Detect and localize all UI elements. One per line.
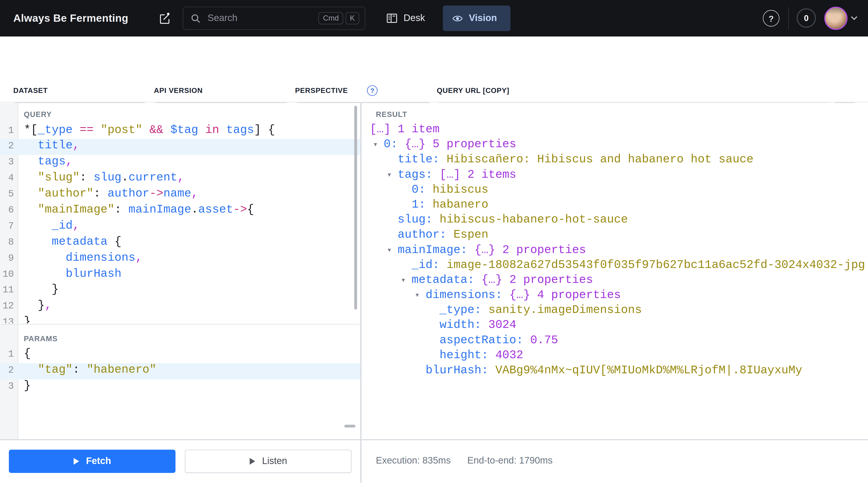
- code-line[interactable]: 13}: [0, 315, 360, 323]
- result-line: […] 1 item: [361, 123, 868, 138]
- line-number: 10: [0, 269, 18, 279]
- execution-time: Execution: 835ms: [376, 455, 451, 466]
- compose-icon: [158, 12, 170, 25]
- code-text: },: [18, 299, 52, 312]
- line-number: 5: [0, 189, 18, 200]
- result-pane-header: RESULT: [376, 110, 407, 119]
- tab-desk[interactable]: Desk: [383, 5, 428, 31]
- code-line[interactable]: 1{: [0, 347, 360, 363]
- code-line[interactable]: 5 "author": author->name,: [0, 187, 360, 203]
- params-pane-header: PARAMS: [24, 334, 58, 343]
- kbd-cmd: Cmd: [318, 12, 343, 24]
- line-number: 3: [0, 381, 18, 391]
- result-line: ▼tags: […] 2 items: [361, 168, 868, 183]
- line-number: 12: [0, 301, 18, 311]
- code-text: blurHash: [18, 267, 122, 280]
- line-number: 8: [0, 237, 18, 248]
- code-line[interactable]: 7 _id,: [0, 219, 360, 235]
- api-version-label: API VERSION: [154, 86, 203, 95]
- dataset-label: DATASET: [13, 86, 48, 95]
- fetch-button[interactable]: Fetch: [9, 450, 176, 473]
- badge-count: 0: [804, 13, 809, 23]
- code-line[interactable]: 3}: [0, 379, 360, 395]
- params-scrollbar[interactable]: [344, 425, 355, 427]
- collapse-toggle-icon[interactable]: ▼: [386, 247, 392, 253]
- result-line: ▼metadata: {…} 2 properties: [361, 273, 868, 289]
- end-to-end-time: End-to-end: 1790ms: [467, 455, 553, 466]
- collapse-toggle-icon[interactable]: ▼: [414, 292, 420, 298]
- code-text: {: [18, 347, 31, 360]
- timing-stats: Execution: 835ms End-to-end: 1790ms: [376, 455, 553, 466]
- perspective-help-icon[interactable]: ?: [367, 85, 378, 96]
- query-scrollbar[interactable]: [354, 106, 357, 309]
- code-text: *[_type == "post" && $tag in tags] {: [18, 123, 275, 136]
- query-code[interactable]: 1*[_type == "post" && $tag in tags] {2 t…: [0, 123, 360, 323]
- line-number: 7: [0, 221, 18, 232]
- line-number: 9: [0, 253, 18, 264]
- vision-label: Vision: [469, 13, 497, 24]
- result-line: ▼0: {…} 5 properties: [361, 138, 868, 153]
- kbd-k: K: [345, 12, 359, 24]
- code-line[interactable]: 3 tags,: [0, 155, 360, 171]
- collapse-toggle-icon[interactable]: ▼: [373, 141, 378, 147]
- result-line: height: 4032: [361, 349, 868, 364]
- eye-icon: [452, 12, 463, 24]
- footer-divider: [0, 439, 868, 440]
- code-line[interactable]: 8 metadata {: [0, 235, 360, 251]
- code-line[interactable]: 2 "tag": "habenero": [0, 363, 360, 379]
- listen-button[interactable]: Listen: [185, 450, 351, 473]
- result-line: width: 3024: [361, 319, 868, 334]
- query-toolbar: DATASET API VERSION PERSPECTIVE ? QUERY …: [0, 37, 868, 102]
- result-line: 1: habanero: [361, 198, 868, 213]
- play-icon: [73, 457, 80, 465]
- code-line[interactable]: 9 dimensions,: [0, 251, 360, 267]
- line-number: 3: [0, 157, 18, 168]
- code-text: }: [18, 379, 31, 392]
- code-text: "mainImage": mainImage.asset->{: [18, 203, 254, 216]
- query-editor[interactable]: QUERY 1*[_type == "post" && $tag in tags…: [0, 103, 360, 324]
- fetch-label: Fetch: [86, 456, 111, 467]
- line-number: 2: [0, 365, 18, 375]
- line-number: 11: [0, 285, 18, 296]
- topbar-divider: [788, 7, 789, 29]
- help-button[interactable]: ?: [763, 10, 779, 26]
- result-line: aspectRatio: 0.75: [361, 334, 868, 349]
- search-input[interactable]: Search Cmd K: [183, 6, 365, 30]
- vision-app: Always Be Fermenting Search Cmd K: [0, 0, 868, 483]
- chevron-down-icon[interactable]: [850, 15, 858, 20]
- search-icon: [190, 13, 201, 24]
- code-text: title,: [18, 139, 80, 152]
- collapse-toggle-icon[interactable]: ▼: [386, 172, 392, 178]
- line-number: 13: [0, 317, 18, 323]
- line-number: 1: [0, 349, 18, 360]
- code-line[interactable]: 11 }: [0, 283, 360, 299]
- search-placeholder: Search: [208, 13, 318, 24]
- code-line[interactable]: 2 title,: [0, 139, 360, 155]
- code-line[interactable]: 1*[_type == "post" && $tag in tags] {: [0, 123, 360, 139]
- code-text: }: [18, 283, 59, 296]
- code-line[interactable]: 4 "slug": slug.current,: [0, 171, 360, 187]
- code-line[interactable]: 6 "mainImage": mainImage.asset->{: [0, 203, 360, 219]
- result-line: author: Espen: [361, 229, 868, 244]
- result-line: ▼mainImage: {…} 2 properties: [361, 243, 868, 259]
- result-line: _id: image-18082a627d53543f0f035f97b627b…: [361, 259, 868, 274]
- user-avatar[interactable]: [825, 6, 848, 30]
- code-text: }: [18, 315, 31, 323]
- line-number: 6: [0, 205, 18, 215]
- result-line: 0: hibiscus: [361, 183, 868, 198]
- notifications-badge[interactable]: 0: [797, 8, 816, 28]
- params-code[interactable]: 1{2 "tag": "habenero"3}: [0, 347, 360, 395]
- new-document-button[interactable]: [153, 7, 176, 29]
- code-text: "author": author->name,: [18, 187, 198, 200]
- code-text: "slug": slug.current,: [18, 171, 184, 184]
- code-line[interactable]: 12 },: [0, 299, 360, 315]
- tab-vision[interactable]: Vision: [443, 5, 510, 31]
- line-number: 2: [0, 141, 18, 151]
- line-number: 4: [0, 173, 18, 184]
- play-icon: [249, 457, 256, 465]
- collapse-toggle-icon[interactable]: ▼: [401, 277, 406, 283]
- params-editor[interactable]: PARAMS 1{2 "tag": "habenero"3}: [0, 325, 360, 439]
- code-text: dimensions,: [18, 251, 143, 264]
- code-line[interactable]: 10 blurHash: [0, 267, 360, 283]
- code-text: _id,: [18, 219, 80, 232]
